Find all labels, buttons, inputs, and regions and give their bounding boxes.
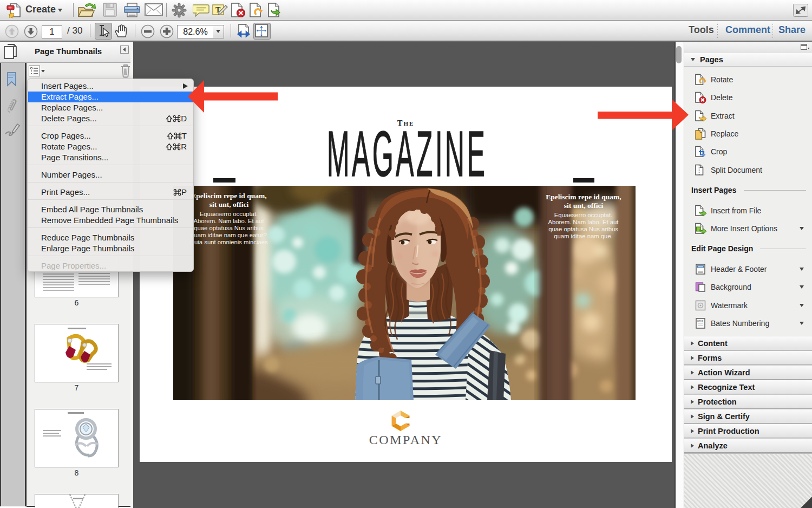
svg-text:0012: 0012 [697, 320, 703, 323]
